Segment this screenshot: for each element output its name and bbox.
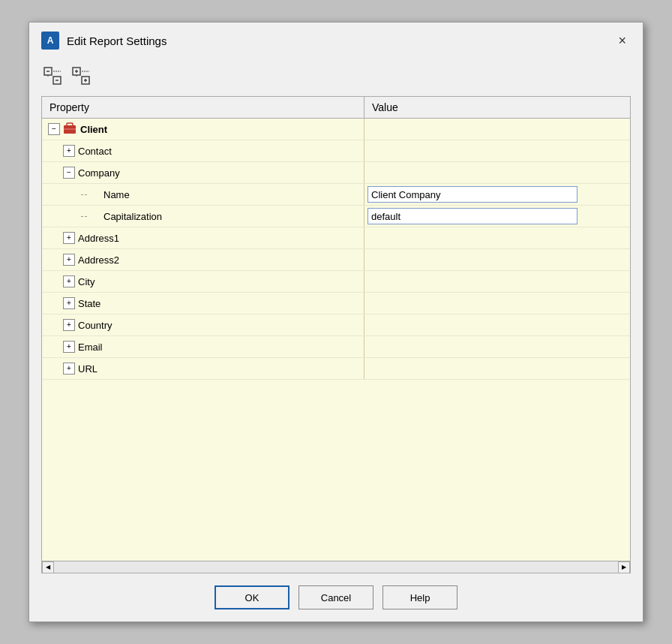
tree-scroll-area[interactable]: − Client [42, 119, 630, 561]
tree-row[interactable]: + Contact [42, 140, 630, 162]
title-bar: A Edit Report Settings × [29, 23, 643, 59]
value-cell-city [364, 271, 630, 292]
header-property: Property [42, 97, 364, 118]
tree-row[interactable]: Name [42, 184, 630, 206]
tree-row[interactable]: + Address1 [42, 227, 630, 249]
expand-btn-address1[interactable]: + [63, 232, 75, 244]
collapse-all-button[interactable] [41, 65, 64, 87]
horizontal-scrollbar[interactable]: ◀ ▶ [42, 561, 630, 573]
property-cell-state: + State [42, 293, 364, 314]
value-cell-company [364, 162, 630, 183]
label-company: Company [78, 167, 120, 179]
cancel-button[interactable]: Cancel [298, 585, 374, 609]
property-cell-capitalization: Capitalization [42, 206, 364, 227]
dialog-footer: OK Cancel Help [29, 573, 643, 621]
scroll-track[interactable] [54, 561, 618, 573]
label-email: Email [78, 342, 103, 353]
property-cell-address1: + Address1 [42, 227, 364, 248]
tree-row[interactable]: + URL [42, 358, 630, 380]
property-cell-name: Name [42, 184, 364, 205]
expand-all-button[interactable] [70, 65, 92, 87]
app-icon: A [41, 32, 59, 50]
property-cell-address2: + Address2 [42, 249, 364, 270]
dialog-title: Edit Report Settings [67, 35, 166, 47]
expand-btn-city[interactable]: + [63, 275, 75, 287]
expand-btn-country[interactable]: + [63, 319, 75, 331]
svg-rect-15 [67, 123, 73, 126]
tree-row[interactable]: + Address2 [42, 249, 630, 271]
edit-report-settings-dialog: A Edit Report Settings × [28, 22, 644, 622]
title-left: A Edit Report Settings [41, 32, 166, 50]
tree-row[interactable]: − Client [42, 119, 630, 140]
expand-btn-url[interactable]: + [63, 363, 75, 375]
label-country: Country [78, 320, 112, 331]
name-input[interactable] [368, 186, 578, 203]
expand-btn-contact[interactable]: + [63, 145, 75, 157]
value-cell-contact [364, 140, 630, 161]
close-button[interactable]: × [614, 32, 631, 49]
value-cell-client [364, 119, 630, 140]
tree-row[interactable]: + Email [42, 336, 630, 358]
value-cell-email [364, 336, 630, 357]
tree-row[interactable]: Capitalization [42, 206, 630, 227]
tree-row[interactable]: − Company [42, 162, 630, 184]
tree-row[interactable]: + State [42, 293, 630, 314]
property-cell-city: + City [42, 271, 364, 292]
label-address1: Address1 [78, 233, 119, 244]
label-city: City [78, 276, 94, 287]
label-address2: Address2 [78, 254, 119, 266]
value-cell-address1 [364, 227, 630, 248]
value-cell-capitalization[interactable] [364, 206, 630, 227]
tree-row[interactable]: + Country [42, 314, 630, 336]
label-url: URL [78, 363, 98, 375]
property-cell-company: − Company [42, 162, 364, 183]
label-contact: Contact [78, 146, 112, 157]
expand-btn-email[interactable]: + [63, 341, 75, 353]
scroll-right-button[interactable]: ▶ [618, 561, 630, 573]
ok-button[interactable]: OK [214, 585, 290, 609]
expand-btn-client[interactable]: − [48, 123, 60, 135]
collapse-all-icon [43, 66, 62, 86]
label-state: State [78, 298, 100, 309]
tree-header: Property Value [42, 97, 630, 119]
briefcase-icon [63, 122, 76, 137]
value-cell-state [364, 293, 630, 314]
expand-btn-state[interactable]: + [63, 297, 75, 309]
property-cell-client: − Client [42, 119, 364, 140]
label-client: Client [80, 124, 107, 135]
toolbar [29, 59, 643, 96]
scroll-left-button[interactable]: ◀ [42, 561, 54, 573]
label-name: Name [104, 189, 130, 200]
tree-body: − Client [42, 119, 630, 561]
property-cell-country: + Country [42, 314, 364, 336]
help-button[interactable]: Help [382, 585, 458, 609]
header-value: Value [364, 97, 630, 118]
label-capitalization: Capitalization [104, 211, 162, 222]
value-cell-url [364, 358, 630, 379]
tree-row[interactable]: + City [42, 271, 630, 293]
expand-btn-address2[interactable]: + [63, 254, 75, 266]
tree-table: Property Value − [41, 96, 631, 573]
capitalization-input[interactable] [368, 208, 578, 224]
property-cell-url: + URL [42, 358, 364, 379]
value-cell-name[interactable] [364, 184, 630, 205]
expand-btn-company[interactable]: − [63, 167, 75, 179]
expand-all-icon [71, 66, 91, 86]
value-cell-country [364, 314, 630, 336]
property-cell-contact: + Contact [42, 140, 364, 161]
value-cell-address2 [364, 249, 630, 270]
property-cell-email: + Email [42, 336, 364, 357]
